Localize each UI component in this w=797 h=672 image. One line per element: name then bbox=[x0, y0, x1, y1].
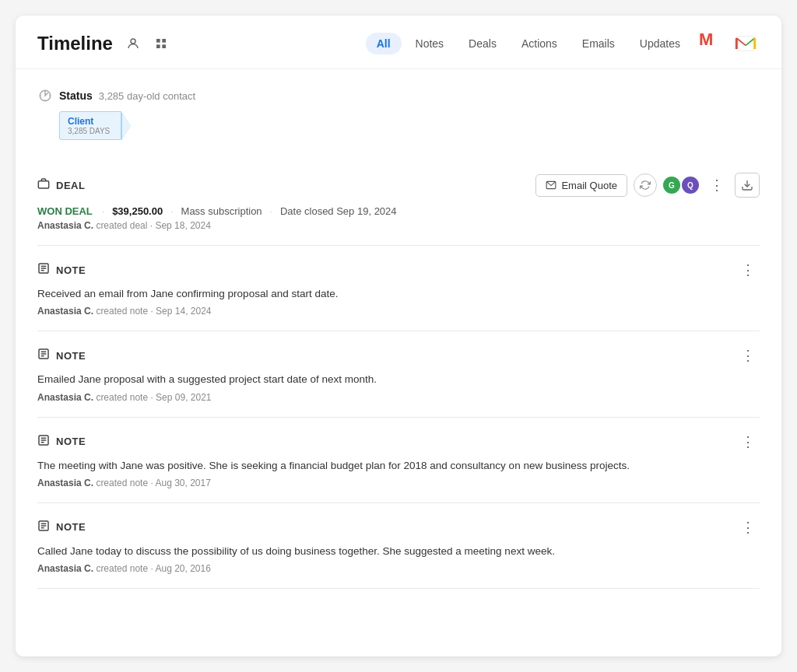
note-date-3: Aug 20, 2016 bbox=[155, 563, 210, 574]
svg-rect-4 bbox=[162, 44, 166, 48]
header-icon-group bbox=[122, 33, 172, 54]
status-section: Status 3,285 day-old contact Client 3,28… bbox=[37, 88, 760, 140]
note-action-0: created note bbox=[96, 306, 148, 317]
note-header-2: NOTE ⋮ bbox=[37, 432, 760, 452]
deal-label: DEAL bbox=[56, 180, 85, 191]
briefcase-icon bbox=[37, 177, 50, 193]
gmail-button[interactable] bbox=[732, 30, 760, 58]
note-creator-1: Anastasia C. bbox=[37, 392, 93, 403]
note-header-0: NOTE ⋮ bbox=[37, 260, 760, 280]
note-meta-2: Anastasia C. created note · Aug 30, 2017 bbox=[37, 478, 760, 488]
note-label-3: NOTE bbox=[56, 521, 86, 533]
note-label-0: NOTE bbox=[56, 264, 86, 276]
note-header-left-3: NOTE bbox=[37, 520, 86, 535]
client-badge-wrapper: Client 3,285 DAYS bbox=[59, 111, 131, 140]
deal-name: Mass subscription bbox=[181, 205, 262, 217]
note-body-0: Received an email from Jane confirming p… bbox=[37, 286, 760, 302]
tab-updates[interactable]: Updates bbox=[629, 33, 691, 54]
note-body-1: Emailed Jane proposal with a suggested p… bbox=[37, 372, 760, 387]
note-action-1: created note bbox=[96, 392, 148, 403]
avatar-group: G Q bbox=[663, 177, 699, 194]
svg-rect-6 bbox=[38, 181, 48, 188]
client-badge-label: Client bbox=[68, 116, 110, 127]
note-icon-2 bbox=[37, 434, 50, 450]
svg-rect-3 bbox=[156, 44, 160, 48]
note-action-3: created note bbox=[96, 563, 148, 574]
note-more-button-2[interactable]: ⋮ bbox=[736, 432, 760, 452]
svg-point-0 bbox=[131, 39, 135, 44]
note-creator-3: Anastasia C. bbox=[37, 563, 93, 574]
note-header-left-2: NOTE bbox=[37, 434, 86, 450]
deal-amount: $39,250.00 bbox=[112, 205, 163, 217]
status-description: 3,285 day-old contact bbox=[99, 90, 195, 102]
note-action-2: created note bbox=[96, 478, 148, 488]
badge-arrow-fill bbox=[122, 114, 131, 138]
header: Timeline All Notes Deals Actions Emails … bbox=[16, 16, 781, 69]
page-title: Timeline bbox=[37, 33, 113, 54]
note-icon-0 bbox=[37, 262, 50, 278]
tab-all[interactable]: All bbox=[366, 33, 402, 54]
tab-notes[interactable]: Notes bbox=[405, 33, 455, 54]
export-button[interactable] bbox=[735, 173, 760, 198]
nav-tabs: All Notes Deals Actions Emails Updates bbox=[366, 33, 691, 54]
deal-section-header: DEAL Email Quote G Q ⋮ bbox=[37, 173, 760, 198]
svg-rect-2 bbox=[162, 39, 166, 43]
note-more-button-0[interactable]: ⋮ bbox=[736, 260, 760, 280]
tab-actions[interactable]: Actions bbox=[511, 33, 568, 54]
avatar-purple: Q bbox=[682, 177, 699, 194]
notes-container: NOTE ⋮ Received an email from Jane confi… bbox=[37, 246, 760, 589]
note-header-left-1: NOTE bbox=[37, 348, 86, 363]
note-date-0: Sep 14, 2024 bbox=[156, 306, 211, 317]
deal-creator: Anastasia C. bbox=[37, 220, 93, 231]
note-meta-0: Anastasia C. created note · Sep 14, 2024 bbox=[37, 306, 760, 317]
status-label: Status bbox=[59, 89, 93, 102]
email-quote-label: Email Quote bbox=[561, 180, 617, 191]
client-badge-days: 3,285 DAYS bbox=[68, 127, 110, 135]
won-deal-badge: WON DEAL bbox=[37, 205, 93, 217]
deal-header-left: DEAL bbox=[37, 177, 85, 193]
status-row: Status 3,285 day-old contact bbox=[37, 88, 760, 103]
note-icon-3 bbox=[37, 520, 50, 535]
deal-meta-date: Sep 18, 2024 bbox=[155, 220, 210, 231]
note-section-2: NOTE ⋮ The meeting with Jane was positiv… bbox=[37, 418, 760, 503]
deal-meta: Anastasia C. created deal · Sep 18, 2024 bbox=[37, 220, 760, 231]
envelope-icon bbox=[546, 180, 556, 191]
avatar-green: G bbox=[663, 177, 680, 194]
email-quote-button[interactable]: Email Quote bbox=[535, 174, 627, 197]
gmail-icon[interactable]: M bbox=[699, 30, 727, 58]
note-meta-1: Anastasia C. created note · Sep 09, 2021 bbox=[37, 392, 760, 403]
tab-emails[interactable]: Emails bbox=[571, 33, 626, 54]
person-icon[interactable] bbox=[122, 33, 144, 54]
deal-header-right: Email Quote G Q ⋮ bbox=[535, 173, 760, 198]
deal-date: Date closed Sep 19, 2024 bbox=[280, 205, 397, 217]
deal-section: DEAL Email Quote G Q ⋮ bbox=[37, 159, 760, 246]
note-date-2: Aug 30, 2017 bbox=[155, 478, 210, 488]
sync-button[interactable] bbox=[634, 173, 657, 197]
note-section-3: NOTE ⋮ Called Jane today to discuss the … bbox=[37, 503, 760, 589]
deal-info-row: WON DEAL · $39,250.00 · Mass subscriptio… bbox=[37, 205, 760, 217]
note-label-2: NOTE bbox=[56, 436, 86, 447]
note-label-1: NOTE bbox=[56, 350, 86, 362]
note-section-1: NOTE ⋮ Emailed Jane proposal with a sugg… bbox=[37, 331, 760, 417]
note-body-3: Called Jane today to discuss the possibi… bbox=[37, 544, 760, 559]
note-icon-1 bbox=[37, 348, 50, 363]
tab-deals[interactable]: Deals bbox=[458, 33, 507, 54]
note-header-left-0: NOTE bbox=[37, 262, 86, 278]
status-icon bbox=[37, 88, 53, 103]
note-meta-3: Anastasia C. created note · Aug 20, 2016 bbox=[37, 563, 760, 574]
note-more-button-1[interactable]: ⋮ bbox=[736, 345, 760, 366]
note-creator-0: Anastasia C. bbox=[37, 306, 93, 317]
note-creator-2: Anastasia C. bbox=[37, 478, 93, 488]
note-body-2: The meeting with Jane was positive. She … bbox=[37, 458, 760, 474]
note-header-3: NOTE ⋮ bbox=[37, 517, 760, 537]
content: Status 3,285 day-old contact Client 3,28… bbox=[16, 69, 781, 607]
note-date-1: Sep 09, 2021 bbox=[156, 392, 211, 403]
client-badge[interactable]: Client 3,285 DAYS bbox=[59, 111, 121, 140]
note-header-1: NOTE ⋮ bbox=[37, 345, 760, 366]
deal-meta-action: created deal bbox=[96, 220, 147, 231]
deal-more-button[interactable]: ⋮ bbox=[705, 175, 729, 195]
note-more-button-3[interactable]: ⋮ bbox=[736, 517, 760, 537]
grid-icon[interactable] bbox=[150, 33, 172, 54]
svg-rect-1 bbox=[156, 39, 160, 43]
note-section-0: NOTE ⋮ Received an email from Jane confi… bbox=[37, 246, 760, 331]
